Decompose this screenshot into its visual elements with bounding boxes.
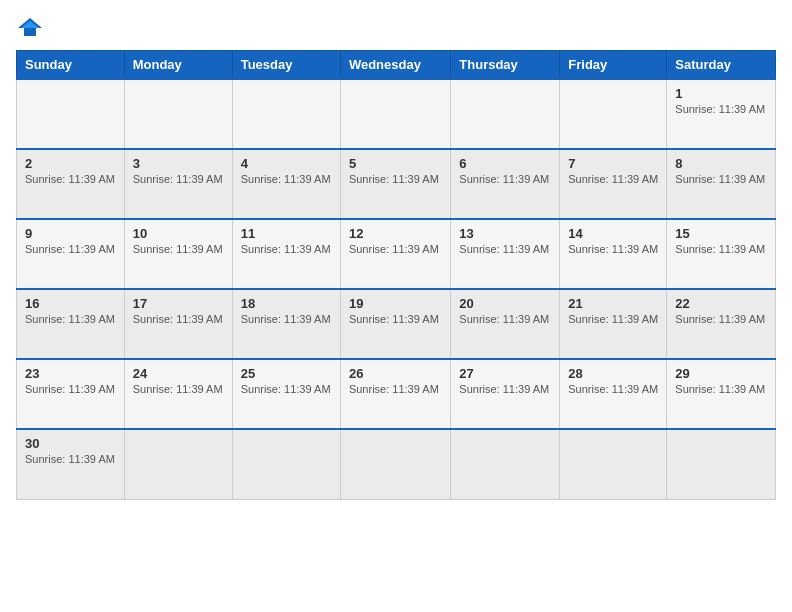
day-number: 7: [568, 156, 658, 171]
day-number: 10: [133, 226, 224, 241]
calendar-day-cell: 28Sunrise: 11:39 AM: [560, 359, 667, 429]
day-sunrise-info: Sunrise: 11:39 AM: [459, 383, 551, 395]
header-tuesday: Tuesday: [232, 51, 340, 80]
day-sunrise-info: Sunrise: 11:39 AM: [459, 173, 551, 185]
calendar-day-cell: 1Sunrise: 11:39 AM: [667, 79, 776, 149]
day-sunrise-info: Sunrise: 11:39 AM: [568, 173, 658, 185]
day-sunrise-info: Sunrise: 11:39 AM: [349, 243, 442, 255]
calendar-day-cell: 5Sunrise: 11:39 AM: [340, 149, 450, 219]
day-number: 29: [675, 366, 767, 381]
day-number: 22: [675, 296, 767, 311]
day-sunrise-info: Sunrise: 11:39 AM: [349, 313, 442, 325]
day-number: 2: [25, 156, 116, 171]
day-sunrise-info: Sunrise: 11:39 AM: [133, 383, 224, 395]
day-number: 3: [133, 156, 224, 171]
calendar-day-cell: 9Sunrise: 11:39 AM: [17, 219, 125, 289]
day-number: 25: [241, 366, 332, 381]
calendar-day-cell: 6Sunrise: 11:39 AM: [451, 149, 560, 219]
calendar-table: Sunday Monday Tuesday Wednesday Thursday…: [16, 50, 776, 500]
day-number: 15: [675, 226, 767, 241]
calendar-day-cell: 13Sunrise: 11:39 AM: [451, 219, 560, 289]
weekday-header-row: Sunday Monday Tuesday Wednesday Thursday…: [17, 51, 776, 80]
header-friday: Friday: [560, 51, 667, 80]
calendar-day-cell: 18Sunrise: 11:39 AM: [232, 289, 340, 359]
calendar-day-cell: 4Sunrise: 11:39 AM: [232, 149, 340, 219]
day-sunrise-info: Sunrise: 11:39 AM: [133, 313, 224, 325]
calendar-day-cell: 26Sunrise: 11:39 AM: [340, 359, 450, 429]
day-number: 18: [241, 296, 332, 311]
day-number: 8: [675, 156, 767, 171]
day-sunrise-info: Sunrise: 11:39 AM: [241, 243, 332, 255]
day-number: 30: [25, 436, 116, 451]
calendar-day-cell: 11Sunrise: 11:39 AM: [232, 219, 340, 289]
day-sunrise-info: Sunrise: 11:39 AM: [675, 173, 767, 185]
calendar-day-cell: [340, 79, 450, 149]
day-sunrise-info: Sunrise: 11:39 AM: [568, 313, 658, 325]
calendar-day-cell: 10Sunrise: 11:39 AM: [124, 219, 232, 289]
calendar-day-cell: [340, 429, 450, 499]
day-sunrise-info: Sunrise: 11:39 AM: [675, 313, 767, 325]
calendar-day-cell: 27Sunrise: 11:39 AM: [451, 359, 560, 429]
header-thursday: Thursday: [451, 51, 560, 80]
calendar-day-cell: 22Sunrise: 11:39 AM: [667, 289, 776, 359]
calendar-day-cell: 25Sunrise: 11:39 AM: [232, 359, 340, 429]
day-sunrise-info: Sunrise: 11:39 AM: [25, 453, 116, 465]
day-number: 27: [459, 366, 551, 381]
day-number: 4: [241, 156, 332, 171]
calendar-day-cell: [232, 79, 340, 149]
header: [16, 16, 776, 38]
calendar-day-cell: [17, 79, 125, 149]
calendar-day-cell: 21Sunrise: 11:39 AM: [560, 289, 667, 359]
day-sunrise-info: Sunrise: 11:39 AM: [133, 173, 224, 185]
calendar-day-cell: [667, 429, 776, 499]
calendar-week-row: 1Sunrise: 11:39 AM: [17, 79, 776, 149]
calendar-day-cell: 17Sunrise: 11:39 AM: [124, 289, 232, 359]
day-number: 9: [25, 226, 116, 241]
day-sunrise-info: Sunrise: 11:39 AM: [25, 173, 116, 185]
logo: [16, 16, 48, 38]
calendar-day-cell: [124, 79, 232, 149]
day-sunrise-info: Sunrise: 11:39 AM: [133, 243, 224, 255]
day-number: 19: [349, 296, 442, 311]
calendar-day-cell: 20Sunrise: 11:39 AM: [451, 289, 560, 359]
calendar-day-cell: 7Sunrise: 11:39 AM: [560, 149, 667, 219]
day-number: 26: [349, 366, 442, 381]
day-sunrise-info: Sunrise: 11:39 AM: [459, 313, 551, 325]
calendar-day-cell: [232, 429, 340, 499]
day-sunrise-info: Sunrise: 11:39 AM: [675, 103, 767, 115]
calendar-day-cell: 14Sunrise: 11:39 AM: [560, 219, 667, 289]
calendar-week-row: 23Sunrise: 11:39 AM24Sunrise: 11:39 AM25…: [17, 359, 776, 429]
calendar-week-row: 2Sunrise: 11:39 AM3Sunrise: 11:39 AM4Sun…: [17, 149, 776, 219]
day-sunrise-info: Sunrise: 11:39 AM: [568, 383, 658, 395]
header-sunday: Sunday: [17, 51, 125, 80]
day-sunrise-info: Sunrise: 11:39 AM: [349, 173, 442, 185]
calendar-week-row: 16Sunrise: 11:39 AM17Sunrise: 11:39 AM18…: [17, 289, 776, 359]
calendar-day-cell: 19Sunrise: 11:39 AM: [340, 289, 450, 359]
day-number: 17: [133, 296, 224, 311]
day-sunrise-info: Sunrise: 11:39 AM: [568, 243, 658, 255]
day-number: 6: [459, 156, 551, 171]
calendar-day-cell: 24Sunrise: 11:39 AM: [124, 359, 232, 429]
calendar-day-cell: 2Sunrise: 11:39 AM: [17, 149, 125, 219]
calendar-day-cell: [124, 429, 232, 499]
calendar-day-cell: 16Sunrise: 11:39 AM: [17, 289, 125, 359]
calendar-day-cell: 12Sunrise: 11:39 AM: [340, 219, 450, 289]
day-number: 21: [568, 296, 658, 311]
day-number: 11: [241, 226, 332, 241]
calendar-day-cell: 23Sunrise: 11:39 AM: [17, 359, 125, 429]
calendar-day-cell: 29Sunrise: 11:39 AM: [667, 359, 776, 429]
calendar-day-cell: [451, 79, 560, 149]
generalblue-logo-icon: [16, 16, 44, 38]
day-sunrise-info: Sunrise: 11:39 AM: [675, 243, 767, 255]
calendar-week-row: 9Sunrise: 11:39 AM10Sunrise: 11:39 AM11S…: [17, 219, 776, 289]
day-number: 1: [675, 86, 767, 101]
day-number: 14: [568, 226, 658, 241]
day-number: 23: [25, 366, 116, 381]
calendar-day-cell: [451, 429, 560, 499]
day-sunrise-info: Sunrise: 11:39 AM: [241, 173, 332, 185]
day-sunrise-info: Sunrise: 11:39 AM: [241, 383, 332, 395]
calendar-week-row: 30Sunrise: 11:39 AM: [17, 429, 776, 499]
day-number: 16: [25, 296, 116, 311]
calendar-day-cell: [560, 429, 667, 499]
day-sunrise-info: Sunrise: 11:39 AM: [241, 313, 332, 325]
